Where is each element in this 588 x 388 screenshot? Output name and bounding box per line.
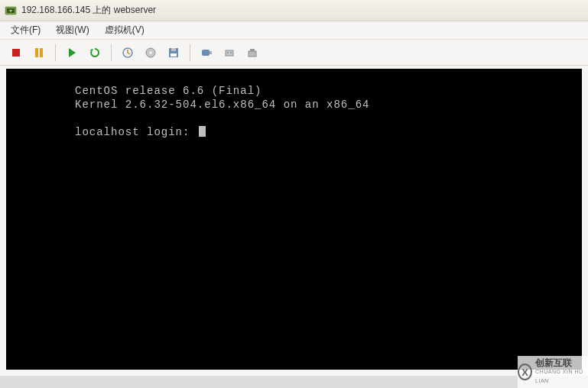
svg-rect-4 (40, 48, 43, 57)
watermark: X 创新互联 CHUANG XIN HU LIAN (518, 356, 588, 388)
watermark-text: 创新互联 CHUANG XIN HU LIAN (535, 358, 588, 386)
settings-button[interactable] (242, 43, 262, 63)
svg-rect-17 (250, 49, 255, 51)
floppy-button[interactable] (164, 43, 184, 63)
svg-rect-16 (249, 51, 256, 57)
cd-button[interactable] (141, 43, 161, 63)
watermark-cn: 创新互联 (535, 358, 588, 367)
svg-rect-2 (12, 49, 20, 57)
nic-button[interactable] (219, 43, 239, 63)
window-title: 192.168.166.145 上的 webserver (21, 4, 156, 17)
svg-rect-10 (171, 53, 177, 57)
cursor-icon (199, 126, 206, 137)
svg-rect-12 (210, 51, 212, 54)
refresh-button[interactable] (85, 43, 105, 63)
svg-rect-3 (35, 48, 38, 57)
play-button[interactable] (62, 43, 82, 63)
toolbar-sep (55, 44, 56, 61)
vmware-console-window: 192.168.166.145 上的 webserver 文件(F) 视图(W)… (0, 0, 588, 376)
console-line-1: CentOS release 6.6 (Final) (75, 85, 262, 97)
svg-rect-11 (202, 50, 210, 56)
titlebar: 192.168.166.145 上的 webserver (0, 0, 588, 21)
watermark-en: CHUANG XIN HU LIAN (535, 367, 588, 386)
toolbar (0, 40, 588, 66)
vsphere-icon (5, 5, 17, 17)
svg-point-14 (227, 52, 229, 53)
pause-button[interactable] (29, 43, 49, 63)
snapshot-button[interactable] (118, 43, 138, 63)
console-wrap: CentOS release 6.6 (Final) Kernel 2.6.32… (0, 66, 588, 376)
toolbar-sep-3 (190, 44, 190, 61)
stop-button[interactable] (6, 43, 26, 63)
svg-rect-9 (171, 48, 176, 51)
svg-rect-13 (226, 50, 233, 56)
menu-vm[interactable]: 虚拟机(V) (102, 22, 148, 38)
watermark-logo-icon: X (518, 364, 532, 380)
svg-point-15 (230, 52, 232, 53)
svg-point-7 (150, 51, 152, 53)
menubar: 文件(F) 视图(W) 虚拟机(V) (0, 21, 588, 40)
console-line-2: Kernel 2.6.32-504.el6.x86_64 on an x86_6… (75, 99, 369, 111)
menu-file[interactable]: 文件(F) (8, 22, 44, 38)
usb-button[interactable] (197, 43, 216, 63)
toolbar-sep-2 (111, 44, 112, 61)
menu-view[interactable]: 视图(W) (53, 22, 92, 38)
terminal-console[interactable]: CentOS release 6.6 (Final) Kernel 2.6.32… (6, 69, 582, 370)
login-prompt: localhost login: (75, 126, 197, 138)
